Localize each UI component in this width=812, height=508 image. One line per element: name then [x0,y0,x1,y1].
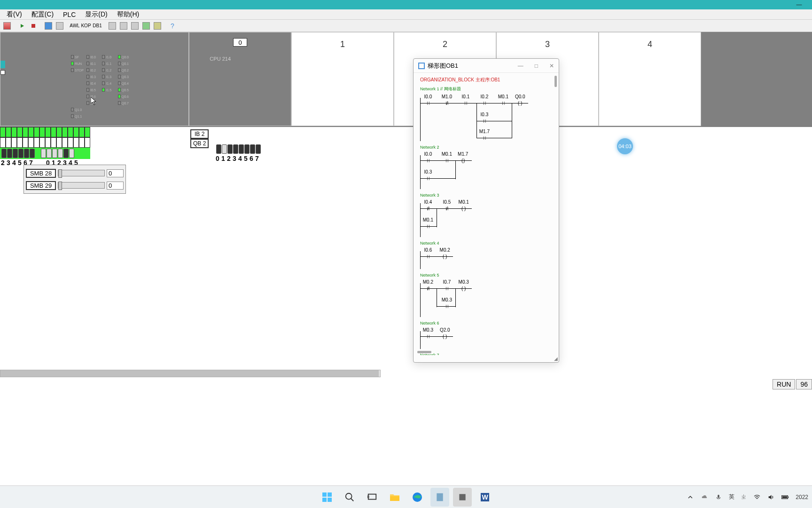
tray-mic-icon[interactable] [715,493,722,501]
ime-indicator2[interactable]: ㄓ [741,493,747,501]
io-seg[interactable] [0,137,6,148]
io-seg[interactable] [23,127,28,137]
slot-handle[interactable] [0,61,5,68]
io-switch[interactable] [239,144,244,154]
io-switch[interactable] [24,149,29,158]
tool-btn4[interactable] [141,21,151,31]
io-switch[interactable] [244,144,250,154]
tray-volume-icon[interactable] [767,493,775,501]
io-switch[interactable] [227,144,233,154]
io-seg[interactable] [73,137,79,148]
tray-battery-icon[interactable] [781,493,789,501]
smb29-slider[interactable] [58,182,105,189]
tray-clock[interactable]: 2022 [796,494,808,500]
io-seg[interactable] [39,137,45,148]
ladder-minimize[interactable]: — [518,63,523,69]
tool-btn5[interactable] [152,21,163,31]
ladder-titlebar[interactable]: 梯形图OB1 — □ ✕ [414,59,559,73]
io-seg[interactable] [17,137,23,148]
io-seg[interactable] [51,137,56,148]
io-switch[interactable] [63,149,69,158]
io-seg[interactable] [28,127,34,137]
tool-awl[interactable]: AWL [70,21,80,31]
slot-0[interactable]: I .0 I .1 I .2 I .3 I .4 I .5 I .6 I .7 … [189,32,291,126]
ladder-close[interactable]: ✕ [549,63,554,69]
tool-stop[interactable] [28,21,39,31]
menu-config[interactable]: 配置(C) [27,9,58,20]
io-seg[interactable] [23,137,28,148]
io-seg[interactable] [62,127,68,137]
io-seg[interactable] [17,127,23,137]
io-seg[interactable] [56,137,62,148]
io-switch[interactable] [216,144,221,154]
menu-view[interactable]: 看(V) [2,9,27,20]
start-button[interactable] [318,488,336,507]
io-seg[interactable] [39,127,45,137]
io-seg[interactable] [34,137,39,148]
smb29-value[interactable] [107,182,124,190]
io-switch[interactable] [69,149,74,158]
word-icon[interactable]: W [476,488,494,507]
menu-display[interactable]: 显示(D) [80,9,112,20]
tray-chevron-icon[interactable] [687,493,694,501]
slot-cpu[interactable]: SF RUN STOP I0.0 I0.1 I0.2 I0.3 I0.4 I0.… [0,32,189,126]
tray-cloud-icon[interactable] [701,493,708,501]
ime-indicator1[interactable]: 英 [729,493,734,501]
menu-help[interactable]: 帮助(H) [112,9,144,20]
io-seg[interactable] [79,127,85,137]
smb28-slider[interactable] [58,170,105,176]
io-seg[interactable] [11,137,17,148]
timer-badge[interactable]: 04:03 [617,138,633,154]
edge-icon[interactable] [408,488,427,507]
tool-help[interactable]: ? [167,21,178,31]
io-seg[interactable] [56,127,62,137]
io-switch[interactable] [18,149,23,158]
slot-1[interactable]: 1 [291,32,394,126]
tool-db1[interactable]: DB1 [92,21,102,31]
search-icon[interactable] [340,488,359,507]
io-seg[interactable] [51,127,56,137]
io-seg[interactable] [68,127,73,137]
io-seg[interactable] [6,127,11,137]
io-seg[interactable] [0,127,6,137]
ladder-window[interactable]: 梯形图OB1 — □ ✕ ORGANIZATION_BLOCK 主程序:OB1 … [413,58,559,363]
tool-btn3[interactable] [130,21,140,31]
io-switch[interactable] [58,149,63,158]
tool-btn2[interactable] [118,21,129,31]
io-seg[interactable] [45,137,51,148]
tray-wifi-icon[interactable] [753,493,761,501]
tool-kop[interactable]: KOP [81,21,91,31]
io-seg[interactable] [34,127,39,137]
io-seg[interactable] [6,137,11,148]
io-switch[interactable] [1,149,7,158]
io-switch[interactable] [233,144,238,154]
smb28-value[interactable] [107,169,124,177]
tool-btn1[interactable] [107,21,117,31]
app1-icon[interactable] [430,488,449,507]
io-seg[interactable] [85,127,90,137]
io-seg[interactable] [11,127,17,137]
io-seg[interactable] [73,127,79,137]
ladder-body[interactable]: ORGANIZATION_BLOCK 主程序:OB1 Network 1 // … [414,73,559,355]
io-switch[interactable] [52,149,57,158]
io-seg[interactable] [85,137,90,148]
explorer-icon[interactable] [385,488,404,507]
io-seg[interactable] [62,137,68,148]
minimize-button[interactable]: — [789,0,810,9]
ladder-maximize[interactable]: □ [535,63,538,69]
slot-index-input[interactable] [233,38,247,47]
task-view-icon[interactable] [363,488,382,507]
slot-handle2[interactable] [0,70,5,75]
io-switch[interactable] [7,149,12,158]
io-seg[interactable] [28,137,34,148]
io-seg[interactable] [68,137,73,148]
tool-open[interactable] [2,21,12,31]
horizontal-scrollbar[interactable] [0,370,381,377]
io-switch[interactable] [222,144,227,154]
io-switch[interactable] [47,149,52,158]
io-switch[interactable] [256,144,261,154]
menu-plc[interactable]: PLC [58,10,80,19]
io-switch[interactable] [30,149,35,158]
io-seg[interactable] [45,127,51,137]
ladder-scroll[interactable] [554,76,557,87]
